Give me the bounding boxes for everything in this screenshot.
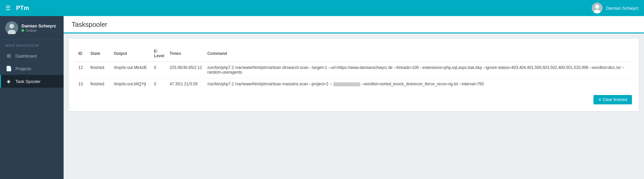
cell-command-13: /usr/bin/php7.2 /var/www/html/ptm/artisa…	[205, 78, 632, 90]
sidebar-item-projects[interactable]: 📄 Projects	[0, 62, 64, 75]
cell-times-12: 225.06/30.65/2.12	[167, 62, 205, 78]
col-header-times: Times	[167, 47, 205, 62]
taskspooler-table: ID State Output E-Level Times Command 12…	[76, 47, 632, 90]
svg-point-1	[595, 5, 599, 9]
cell-times-13: 47.35/1.21/3.59	[167, 78, 205, 90]
page-header: Taskspooler	[64, 16, 644, 33]
hamburger-icon[interactable]: ☰	[5, 4, 11, 12]
navbar-left: ☰ PTm	[5, 4, 29, 12]
sidebar-item-label-projects: Projects	[15, 66, 31, 71]
table-header-row: ID State Output E-Level Times Command	[76, 47, 632, 62]
main-layout: Damian Schwyrz Online Main Navigation ⊞ …	[0, 16, 644, 179]
avatar	[592, 3, 602, 13]
task-spooler-icon: ◈	[5, 78, 12, 84]
cell-elevel-12: 0	[151, 62, 167, 78]
status-dot	[21, 29, 24, 32]
cell-state-12: finished	[88, 62, 111, 78]
content-area: Taskspooler ID State Output E-Level Time…	[64, 16, 644, 179]
col-header-command: Command	[205, 47, 632, 62]
table-row: 13 finished /tmp/ts-out.b6QYjt 0 47.35/1…	[76, 78, 632, 90]
clear-finished-button[interactable]: ✕ Clear finished	[593, 95, 632, 104]
dashboard-icon: ⊞	[5, 53, 12, 59]
svg-point-4	[9, 24, 14, 28]
sidebar-user-name: Damian Schwyrz	[21, 23, 56, 28]
col-header-id: ID	[76, 47, 88, 62]
sidebar-item-label-task-spooler: Task Spooler	[15, 79, 41, 84]
table-body: 12 finished /tmp/ts-out.Mk4zlE 0 225.06/…	[76, 62, 632, 90]
status-label: Online	[26, 28, 36, 32]
table-row: 12 finished /tmp/ts-out.Mk4zlE 0 225.06/…	[76, 62, 632, 78]
cell-output-12: /tmp/ts-out.Mk4zlE	[111, 62, 151, 78]
taskspooler-card: ID State Output E-Level Times Command 12…	[69, 39, 639, 111]
sidebar-user: Damian Schwyrz Online	[0, 16, 64, 40]
cell-elevel-13: 0	[151, 78, 167, 90]
navbar-right: Damian Schwyrz	[592, 3, 639, 13]
table-head: ID State Output E-Level Times Command	[76, 47, 632, 62]
sidebar: Damian Schwyrz Online Main Navigation ⊞ …	[0, 16, 64, 179]
page-title: Taskspooler	[72, 21, 636, 28]
sidebar-nav-label: Main Navigation	[0, 40, 64, 50]
top-navbar: ☰ PTm Damian Schwyrz	[0, 0, 644, 16]
sidebar-avatar	[5, 21, 18, 34]
cell-output-13: /tmp/ts-out.b6QYjt	[111, 78, 151, 90]
col-header-output: Output	[111, 47, 151, 62]
cell-state-13: finished	[88, 78, 111, 90]
col-header-state: State	[88, 47, 111, 62]
cell-id-12: 12	[76, 62, 88, 78]
sidebar-item-task-spooler[interactable]: ◈ Task Spooler	[0, 75, 64, 88]
cell-id-13: 13	[76, 78, 88, 90]
sidebar-user-status: Online	[21, 28, 56, 32]
footer-actions: ✕ Clear finished	[76, 90, 632, 104]
sidebar-user-info: Damian Schwyrz Online	[21, 23, 56, 32]
cell-command-12: /usr/bin/php7.2 /var/www/html/ptm/artisa…	[205, 62, 632, 78]
app-brand: PTm	[16, 5, 29, 12]
redacted-value	[333, 82, 360, 86]
navbar-username: Damian Schwyrz	[606, 6, 639, 11]
sidebar-item-label-dashboard: Dashboard	[15, 54, 37, 59]
page-body: ID State Output E-Level Times Command 12…	[64, 33, 644, 116]
col-header-e-level: E-Level	[151, 47, 167, 62]
projects-icon: 📄	[5, 66, 12, 72]
sidebar-item-dashboard[interactable]: ⊞ Dashboard	[0, 50, 64, 62]
